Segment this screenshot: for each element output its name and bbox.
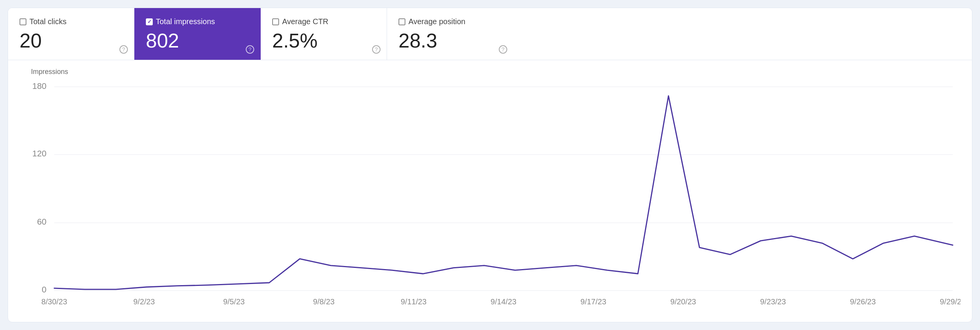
svg-text:9/29/23: 9/29/23 [940, 297, 960, 306]
metric-position-label: Average position [399, 17, 502, 26]
impressions-label-text: Total impressions [156, 17, 215, 26]
clicks-label-text: Total clicks [29, 17, 67, 26]
chart-area: Impressions 180 120 60 [8, 60, 972, 322]
svg-text:60: 60 [37, 217, 47, 227]
svg-text:9/8/23: 9/8/23 [313, 297, 335, 306]
impressions-help[interactable]: ? [246, 45, 254, 54]
ctr-value: 2.5% [272, 31, 375, 51]
position-value: 28.3 [399, 31, 502, 51]
main-container: Total clicks 20 ? Total impressions 802 … [0, 0, 980, 330]
svg-text:0: 0 [42, 285, 46, 294]
svg-text:120: 120 [32, 149, 46, 158]
clicks-help-icon: ? [119, 45, 128, 54]
svg-text:9/5/23: 9/5/23 [223, 297, 245, 306]
position-label-text: Average position [408, 17, 466, 26]
ctr-checkbox[interactable] [272, 18, 279, 25]
impressions-checkbox[interactable] [146, 18, 153, 25]
metrics-row: Total clicks 20 ? Total impressions 802 … [8, 8, 972, 60]
impressions-help-icon: ? [246, 45, 254, 54]
position-help-icon: ? [499, 45, 507, 54]
svg-text:9/20/23: 9/20/23 [670, 297, 696, 306]
svg-text:8/30/23: 8/30/23 [41, 297, 67, 306]
svg-text:180: 180 [32, 81, 46, 90]
svg-text:9/17/23: 9/17/23 [580, 297, 606, 306]
svg-text:9/14/23: 9/14/23 [490, 297, 516, 306]
chart-y-label: Impressions [31, 68, 960, 76]
svg-text:9/26/23: 9/26/23 [850, 297, 875, 306]
metric-total-impressions[interactable]: Total impressions 802 ? [134, 8, 261, 60]
metric-total-clicks[interactable]: Total clicks 20 ? [8, 8, 134, 60]
impressions-value: 802 [146, 31, 249, 51]
position-checkbox[interactable] [399, 18, 405, 25]
metric-ctr-label: Average CTR [272, 17, 375, 26]
position-help[interactable]: ? [499, 45, 507, 54]
ctr-help[interactable]: ? [372, 45, 381, 54]
chart-svg-container: 180 120 60 0 8/30/23 9/2/23 9/5/23 9/8/2… [31, 79, 960, 306]
svg-text:9/2/23: 9/2/23 [133, 297, 155, 306]
impressions-line [54, 96, 953, 289]
svg-text:9/11/23: 9/11/23 [401, 297, 426, 306]
clicks-checkbox[interactable] [20, 18, 26, 25]
clicks-help[interactable]: ? [119, 45, 128, 54]
clicks-value: 20 [20, 31, 122, 51]
impressions-chart: 180 120 60 0 8/30/23 9/2/23 9/5/23 9/8/2… [31, 79, 960, 306]
metric-impressions-label: Total impressions [146, 17, 249, 26]
ctr-help-icon: ? [372, 45, 381, 54]
ctr-label-text: Average CTR [282, 17, 328, 26]
metric-clicks-label: Total clicks [20, 17, 122, 26]
metric-average-position[interactable]: Average position 28.3 ? [387, 8, 513, 60]
svg-text:9/23/23: 9/23/23 [760, 297, 786, 306]
metric-average-ctr[interactable]: Average CTR 2.5% ? [261, 8, 387, 60]
